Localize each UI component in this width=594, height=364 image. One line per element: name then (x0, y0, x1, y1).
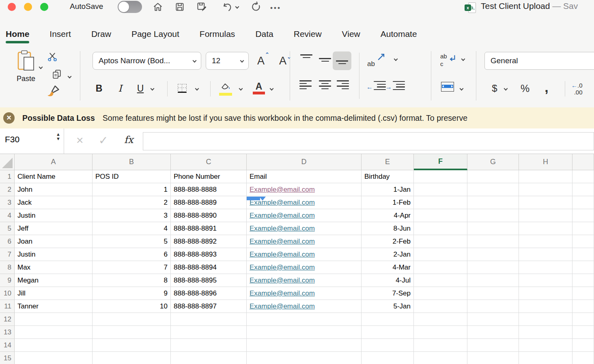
align-bottom-button[interactable] (335, 54, 349, 67)
cell-D12[interactable] (247, 313, 362, 326)
cell-H10[interactable] (519, 287, 572, 300)
cell-A12[interactable] (15, 313, 93, 326)
cell-C4[interactable]: 888-888-8890 (171, 209, 247, 222)
cell-B3[interactable]: 2 (93, 196, 171, 209)
cell-partial13[interactable] (572, 326, 594, 339)
cell-D5[interactable]: Example@email.com (247, 222, 362, 235)
cell-H4[interactable] (519, 209, 572, 222)
cell-G10[interactable] (467, 287, 519, 300)
cut-icon[interactable] (47, 51, 58, 62)
cell-B15[interactable] (93, 352, 171, 364)
cell-E5[interactable]: 8-Jun (362, 222, 414, 235)
cell-B1[interactable]: POS ID (93, 170, 171, 183)
cell-F9[interactable] (414, 274, 467, 287)
column-header-E[interactable]: E (362, 154, 414, 170)
cell-H11[interactable] (519, 300, 572, 313)
row-header-2[interactable]: 2 (0, 183, 15, 196)
cell-B8[interactable]: 7 (93, 261, 171, 274)
cell-D14[interactable] (247, 339, 362, 352)
cell-C11[interactable]: 888-888-8897 (171, 300, 247, 313)
undo-chevron-icon[interactable] (235, 5, 239, 9)
cell-B12[interactable] (93, 313, 171, 326)
cell-G8[interactable] (467, 261, 519, 274)
tab-page-layout[interactable]: Page Layout (131, 22, 179, 45)
name-box[interactable]: F30 ▲▼ (0, 128, 64, 154)
cell-D2[interactable]: Example@email.com (247, 183, 362, 196)
number-format-select[interactable]: General (484, 52, 594, 70)
email-link[interactable]: Example@email.com (250, 276, 315, 284)
cell-E2[interactable]: 1-Jan (362, 183, 414, 196)
cell-F15[interactable] (414, 352, 467, 364)
cell-G2[interactable] (467, 183, 519, 196)
row-header-13[interactable]: 13 (0, 326, 15, 339)
cell-G4[interactable] (467, 209, 519, 222)
cell-H1[interactable] (519, 170, 572, 183)
italic-button[interactable]: I (113, 79, 127, 97)
tab-formulas[interactable]: Formulas (200, 22, 235, 45)
currency-chevron-icon[interactable] (504, 87, 508, 91)
cell-D10[interactable]: Example@email.com (247, 287, 362, 300)
cell-B7[interactable]: 6 (93, 248, 171, 261)
orientation-chevron-icon[interactable] (394, 57, 398, 61)
enter-icon[interactable]: ✓ (99, 134, 108, 147)
cell-C9[interactable]: 888-888-8895 (171, 274, 247, 287)
merge-center-chevron-icon[interactable] (460, 87, 464, 91)
cell-F7[interactable] (414, 248, 467, 261)
align-center-button[interactable] (318, 80, 332, 94)
cell-F3[interactable] (414, 196, 467, 209)
cell-partial9[interactable] (572, 274, 594, 287)
cell-B13[interactable] (93, 326, 171, 339)
cell-H8[interactable] (519, 261, 572, 274)
cell-B2[interactable]: 1 (93, 183, 171, 196)
fill-color-button[interactable] (219, 82, 233, 96)
row-header-6[interactable]: 6 (0, 235, 15, 248)
cell-C8[interactable]: 888-888-8894 (171, 261, 247, 274)
cell-F2[interactable] (414, 183, 467, 196)
cell-F12[interactable] (414, 313, 467, 326)
cell-B14[interactable] (93, 339, 171, 352)
decrease-decimal-button[interactable]: ←.0 .00 (571, 82, 583, 96)
font-color-chevron-icon[interactable] (270, 87, 274, 91)
cell-C5[interactable]: 888-888-8891 (171, 222, 247, 235)
cell-C6[interactable]: 888-888-8892 (171, 235, 247, 248)
cell-F10[interactable] (414, 287, 467, 300)
redo-icon[interactable] (250, 1, 262, 13)
cell-F8[interactable] (414, 261, 467, 274)
cell-D3[interactable]: Example@email.com (247, 196, 362, 209)
underline-button[interactable]: U (133, 79, 148, 97)
cancel-icon[interactable]: × (76, 133, 84, 147)
cell-F1[interactable] (414, 170, 467, 183)
cell-partial10[interactable] (572, 287, 594, 300)
cell-H15[interactable] (519, 352, 572, 364)
column-header-C[interactable]: C (171, 154, 247, 170)
email-link[interactable]: Example@email.com (250, 186, 315, 193)
cell-partial15[interactable] (572, 352, 594, 364)
cell-A14[interactable] (15, 339, 93, 352)
font-name-select[interactable]: Aptos Narrow (Bod... (93, 52, 201, 70)
cell-H14[interactable] (519, 339, 572, 352)
cell-H2[interactable] (519, 183, 572, 196)
cell-D6[interactable]: Example@email.com (247, 235, 362, 248)
cell-F11[interactable] (414, 300, 467, 313)
cell-G13[interactable] (467, 326, 519, 339)
bold-button[interactable]: B (92, 79, 106, 97)
cell-D13[interactable] (247, 326, 362, 339)
cell-A2[interactable]: John (15, 183, 93, 196)
cell-G14[interactable] (467, 339, 519, 352)
cell-E14[interactable] (362, 339, 414, 352)
row-header-7[interactable]: 7 (0, 248, 15, 261)
cell-H3[interactable] (519, 196, 572, 209)
cell-partial4[interactable] (572, 209, 594, 222)
email-link[interactable]: Example@email.com (250, 263, 315, 271)
cell-A7[interactable]: Justin (15, 248, 93, 261)
row-header-4[interactable]: 4 (0, 209, 15, 222)
minimize-window-button[interactable] (24, 3, 32, 11)
align-middle-button[interactable] (318, 54, 332, 67)
name-box-spinner[interactable]: ▲▼ (56, 132, 60, 141)
cell-G6[interactable] (467, 235, 519, 248)
cell-G9[interactable] (467, 274, 519, 287)
cell-C3[interactable]: 888-888-8889 (171, 196, 247, 209)
cell-D4[interactable]: Example@email.com (247, 209, 362, 222)
cell-A8[interactable]: Max (15, 261, 93, 274)
cell-partial3[interactable] (572, 196, 594, 209)
